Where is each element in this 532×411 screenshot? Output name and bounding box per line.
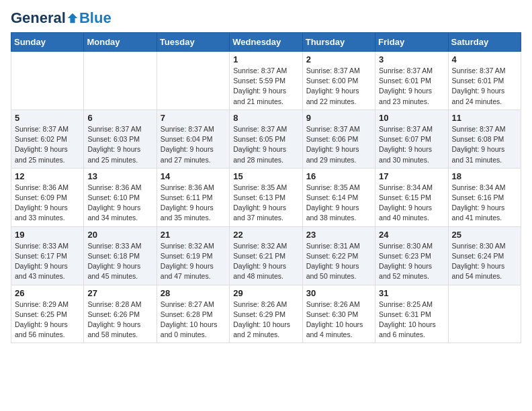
day-number: 8 bbox=[233, 113, 298, 123]
calendar-cell bbox=[11, 52, 84, 110]
calendar-cell: 16Sunrise: 8:35 AM Sunset: 6:14 PM Dayli… bbox=[302, 168, 375, 226]
calendar-cell: 28Sunrise: 8:27 AM Sunset: 6:28 PM Dayli… bbox=[157, 285, 229, 343]
calendar-cell: 25Sunrise: 8:30 AM Sunset: 6:24 PM Dayli… bbox=[448, 226, 521, 285]
day-info: Sunrise: 8:29 AM Sunset: 6:25 PM Dayligh… bbox=[15, 300, 80, 340]
day-number: 5 bbox=[15, 113, 80, 123]
day-info: Sunrise: 8:37 AM Sunset: 6:00 PM Dayligh… bbox=[306, 66, 371, 107]
weekday-header-tuesday: Tuesday bbox=[157, 33, 229, 52]
day-info: Sunrise: 8:26 AM Sunset: 6:29 PM Dayligh… bbox=[233, 300, 298, 340]
day-number: 6 bbox=[87, 113, 152, 123]
day-info: Sunrise: 8:36 AM Sunset: 6:11 PM Dayligh… bbox=[161, 183, 226, 224]
weekday-header-monday: Monday bbox=[84, 33, 157, 52]
calendar-cell: 27Sunrise: 8:28 AM Sunset: 6:26 PM Dayli… bbox=[84, 285, 157, 343]
day-info: Sunrise: 8:33 AM Sunset: 6:17 PM Dayligh… bbox=[15, 241, 80, 282]
calendar-week-row: 12Sunrise: 8:36 AM Sunset: 6:09 PM Dayli… bbox=[11, 168, 521, 226]
day-info: Sunrise: 8:37 AM Sunset: 6:04 PM Dayligh… bbox=[161, 124, 226, 165]
day-info: Sunrise: 8:35 AM Sunset: 6:13 PM Dayligh… bbox=[233, 183, 298, 224]
day-info: Sunrise: 8:37 AM Sunset: 5:59 PM Dayligh… bbox=[233, 66, 298, 107]
day-number: 3 bbox=[379, 54, 444, 64]
day-info: Sunrise: 8:30 AM Sunset: 6:24 PM Dayligh… bbox=[452, 241, 517, 282]
page-header: General Blue bbox=[11, 11, 521, 26]
calendar-cell: 29Sunrise: 8:26 AM Sunset: 6:29 PM Dayli… bbox=[230, 285, 302, 343]
day-info: Sunrise: 8:37 AM Sunset: 6:03 PM Dayligh… bbox=[87, 124, 152, 165]
day-info: Sunrise: 8:27 AM Sunset: 6:28 PM Dayligh… bbox=[161, 300, 226, 340]
day-info: Sunrise: 8:37 AM Sunset: 6:01 PM Dayligh… bbox=[379, 66, 444, 107]
calendar-cell: 9Sunrise: 8:37 AM Sunset: 6:06 PM Daylig… bbox=[302, 109, 375, 168]
weekday-header-row: SundayMondayTuesdayWednesdayThursdayFrid… bbox=[11, 33, 521, 52]
calendar-cell: 18Sunrise: 8:34 AM Sunset: 6:16 PM Dayli… bbox=[448, 168, 521, 226]
day-info: Sunrise: 8:32 AM Sunset: 6:21 PM Dayligh… bbox=[233, 241, 298, 282]
calendar-cell: 21Sunrise: 8:32 AM Sunset: 6:19 PM Dayli… bbox=[157, 226, 229, 285]
calendar-cell: 11Sunrise: 8:37 AM Sunset: 6:08 PM Dayli… bbox=[448, 109, 521, 168]
calendar-cell bbox=[157, 52, 229, 110]
day-number: 19 bbox=[15, 230, 80, 240]
day-number: 13 bbox=[87, 171, 152, 181]
day-number: 29 bbox=[233, 288, 298, 298]
day-info: Sunrise: 8:37 AM Sunset: 6:06 PM Dayligh… bbox=[306, 124, 371, 165]
day-info: Sunrise: 8:33 AM Sunset: 6:18 PM Dayligh… bbox=[87, 241, 152, 282]
logo-blue: Blue bbox=[79, 11, 112, 26]
calendar-cell: 3Sunrise: 8:37 AM Sunset: 6:01 PM Daylig… bbox=[375, 52, 448, 110]
calendar-cell: 7Sunrise: 8:37 AM Sunset: 6:04 PM Daylig… bbox=[157, 109, 229, 168]
weekday-header-sunday: Sunday bbox=[11, 33, 84, 52]
calendar-cell: 22Sunrise: 8:32 AM Sunset: 6:21 PM Dayli… bbox=[230, 226, 302, 285]
weekday-header-friday: Friday bbox=[375, 33, 448, 52]
day-info: Sunrise: 8:35 AM Sunset: 6:14 PM Dayligh… bbox=[306, 183, 371, 224]
calendar-cell: 14Sunrise: 8:36 AM Sunset: 6:11 PM Dayli… bbox=[157, 168, 229, 226]
calendar-cell: 30Sunrise: 8:26 AM Sunset: 6:30 PM Dayli… bbox=[302, 285, 375, 343]
day-number: 25 bbox=[452, 230, 517, 240]
day-info: Sunrise: 8:34 AM Sunset: 6:16 PM Dayligh… bbox=[452, 183, 517, 224]
calendar-cell: 17Sunrise: 8:34 AM Sunset: 6:15 PM Dayli… bbox=[375, 168, 448, 226]
calendar-cell: 15Sunrise: 8:35 AM Sunset: 6:13 PM Dayli… bbox=[230, 168, 302, 226]
day-info: Sunrise: 8:37 AM Sunset: 6:05 PM Dayligh… bbox=[233, 124, 298, 165]
weekday-header-thursday: Thursday bbox=[302, 33, 375, 52]
logo-general: General bbox=[11, 11, 66, 26]
weekday-header-saturday: Saturday bbox=[448, 33, 521, 52]
day-number: 12 bbox=[15, 171, 80, 181]
day-number: 11 bbox=[452, 113, 517, 123]
day-number: 9 bbox=[306, 113, 371, 123]
day-number: 2 bbox=[306, 54, 371, 64]
day-info: Sunrise: 8:36 AM Sunset: 6:09 PM Dayligh… bbox=[15, 183, 80, 224]
day-info: Sunrise: 8:30 AM Sunset: 6:23 PM Dayligh… bbox=[379, 241, 444, 282]
day-number: 31 bbox=[379, 288, 444, 298]
calendar-cell: 2Sunrise: 8:37 AM Sunset: 6:00 PM Daylig… bbox=[302, 52, 375, 110]
calendar-cell: 6Sunrise: 8:37 AM Sunset: 6:03 PM Daylig… bbox=[84, 109, 157, 168]
calendar-cell: 26Sunrise: 8:29 AM Sunset: 6:25 PM Dayli… bbox=[11, 285, 84, 343]
weekday-header-wednesday: Wednesday bbox=[230, 33, 302, 52]
logo-icon bbox=[66, 12, 79, 24]
calendar-cell: 19Sunrise: 8:33 AM Sunset: 6:17 PM Dayli… bbox=[11, 226, 84, 285]
day-info: Sunrise: 8:34 AM Sunset: 6:15 PM Dayligh… bbox=[379, 183, 444, 224]
day-number: 30 bbox=[306, 288, 371, 298]
day-info: Sunrise: 8:32 AM Sunset: 6:19 PM Dayligh… bbox=[161, 241, 226, 282]
day-info: Sunrise: 8:36 AM Sunset: 6:10 PM Dayligh… bbox=[87, 183, 152, 224]
calendar-cell: 13Sunrise: 8:36 AM Sunset: 6:10 PM Dayli… bbox=[84, 168, 157, 226]
calendar: SundayMondayTuesdayWednesdayThursdayFrid… bbox=[11, 32, 521, 343]
calendar-cell: 10Sunrise: 8:37 AM Sunset: 6:07 PM Dayli… bbox=[375, 109, 448, 168]
calendar-cell: 24Sunrise: 8:30 AM Sunset: 6:23 PM Dayli… bbox=[375, 226, 448, 285]
calendar-cell: 31Sunrise: 8:25 AM Sunset: 6:31 PM Dayli… bbox=[375, 285, 448, 343]
day-info: Sunrise: 8:37 AM Sunset: 6:02 PM Dayligh… bbox=[15, 124, 80, 165]
day-info: Sunrise: 8:28 AM Sunset: 6:26 PM Dayligh… bbox=[87, 300, 152, 340]
day-number: 27 bbox=[87, 288, 152, 298]
day-number: 23 bbox=[306, 230, 371, 240]
day-number: 22 bbox=[233, 230, 298, 240]
day-info: Sunrise: 8:26 AM Sunset: 6:30 PM Dayligh… bbox=[306, 300, 371, 340]
day-number: 28 bbox=[161, 288, 226, 298]
calendar-week-row: 26Sunrise: 8:29 AM Sunset: 6:25 PM Dayli… bbox=[11, 285, 521, 343]
svg-marker-0 bbox=[68, 13, 77, 23]
day-number: 7 bbox=[161, 113, 226, 123]
day-number: 20 bbox=[87, 230, 152, 240]
day-info: Sunrise: 8:37 AM Sunset: 6:01 PM Dayligh… bbox=[452, 66, 517, 107]
calendar-cell: 1Sunrise: 8:37 AM Sunset: 5:59 PM Daylig… bbox=[230, 52, 302, 110]
calendar-cell: 5Sunrise: 8:37 AM Sunset: 6:02 PM Daylig… bbox=[11, 109, 84, 168]
calendar-cell: 4Sunrise: 8:37 AM Sunset: 6:01 PM Daylig… bbox=[448, 52, 521, 110]
day-info: Sunrise: 8:25 AM Sunset: 6:31 PM Dayligh… bbox=[379, 300, 444, 340]
day-number: 21 bbox=[161, 230, 226, 240]
calendar-week-row: 5Sunrise: 8:37 AM Sunset: 6:02 PM Daylig… bbox=[11, 109, 521, 168]
day-number: 15 bbox=[233, 171, 298, 181]
day-info: Sunrise: 8:37 AM Sunset: 6:07 PM Dayligh… bbox=[379, 124, 444, 165]
day-number: 18 bbox=[452, 171, 517, 181]
day-number: 17 bbox=[379, 171, 444, 181]
calendar-week-row: 19Sunrise: 8:33 AM Sunset: 6:17 PM Dayli… bbox=[11, 226, 521, 285]
